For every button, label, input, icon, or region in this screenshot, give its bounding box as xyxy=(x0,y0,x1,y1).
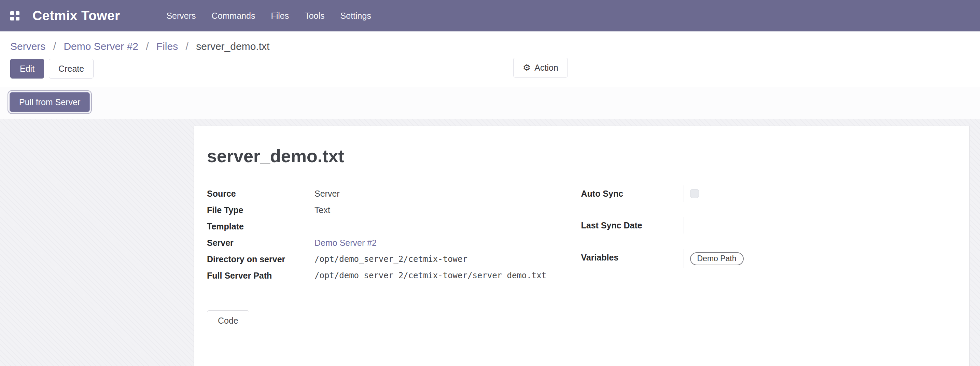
field-group-right: Auto Sync Last Sync Date Variables Demo … xyxy=(581,185,955,284)
menu-item-servers[interactable]: Servers xyxy=(160,7,202,25)
field-value-template xyxy=(315,218,581,235)
apps-grid-icon[interactable] xyxy=(10,11,19,21)
apps-grid-square xyxy=(16,17,19,21)
field-label-server: Server xyxy=(207,235,315,251)
field-label-variables: Variables xyxy=(581,249,684,266)
tab-code[interactable]: Code xyxy=(207,310,249,331)
breadcrumb-separator: / xyxy=(146,41,148,52)
field-label-directory: Directory on server xyxy=(207,251,315,267)
auto-sync-checkbox[interactable] xyxy=(690,189,699,198)
action-button-label: Action xyxy=(535,62,558,73)
form-sheet: server_demo.txt Source Server File Type … xyxy=(194,126,970,366)
top-navbar: Cetmix Tower Servers Commands Files Tool… xyxy=(0,0,980,32)
field-value-auto-sync xyxy=(684,185,955,202)
statusbar-strip: Pull from Server xyxy=(0,87,980,119)
apps-grid-square xyxy=(16,11,19,15)
pull-from-server-button[interactable]: Pull from Server xyxy=(10,92,90,112)
apps-grid-square xyxy=(10,11,14,15)
menu-item-tools[interactable]: Tools xyxy=(298,7,331,25)
field-value-full-path: /opt/demo_server_2/cetmix-tower/server_d… xyxy=(315,267,581,284)
breadcrumb: Servers / Demo Server #2 / Files / serve… xyxy=(0,32,980,53)
notebook-tabs: Code xyxy=(207,310,955,331)
control-panel-buttons: Edit Create ⚙ Action xyxy=(0,53,980,87)
field-label-auto-sync: Auto Sync xyxy=(581,185,684,202)
create-button[interactable]: Create xyxy=(49,59,94,78)
app-brand-title[interactable]: Cetmix Tower xyxy=(32,8,120,23)
breadcrumb-separator: / xyxy=(53,41,56,52)
field-label-full-path: Full Server Path xyxy=(207,267,315,284)
menu-item-settings[interactable]: Settings xyxy=(334,7,377,25)
field-label-last-sync-date: Last Sync Date xyxy=(581,217,684,234)
menu-item-files[interactable]: Files xyxy=(265,7,295,25)
field-group-left: Source Server File Type Text Template Se… xyxy=(207,185,581,284)
tab-code-pane xyxy=(207,331,955,366)
field-label-file-type: File Type xyxy=(207,202,315,218)
edit-button[interactable]: Edit xyxy=(10,59,44,78)
field-value-server-link[interactable]: Demo Server #2 xyxy=(315,235,581,251)
menu-item-commands[interactable]: Commands xyxy=(205,7,262,25)
breadcrumb-link-demo-server[interactable]: Demo Server #2 xyxy=(64,41,138,52)
breadcrumb-link-files[interactable]: Files xyxy=(156,41,178,52)
breadcrumb-link-servers[interactable]: Servers xyxy=(10,41,45,52)
apps-grid-square xyxy=(10,17,14,21)
gear-icon: ⚙ xyxy=(523,63,531,72)
field-value-variables: Demo Path xyxy=(684,249,955,268)
action-dropdown-button[interactable]: ⚙ Action xyxy=(513,58,568,78)
breadcrumb-separator: / xyxy=(186,41,188,52)
breadcrumb-current: server_demo.txt xyxy=(196,41,269,52)
field-value-last-sync-date xyxy=(684,217,955,234)
record-title: server_demo.txt xyxy=(207,146,955,166)
field-label-source: Source xyxy=(207,185,315,202)
field-value-file-type: Text xyxy=(315,202,581,218)
main-menu: Servers Commands Files Tools Settings xyxy=(160,7,377,25)
content-area: server_demo.txt Source Server File Type … xyxy=(0,119,980,366)
field-value-source: Server xyxy=(315,185,581,202)
field-label-template: Template xyxy=(207,218,315,235)
field-groups: Source Server File Type Text Template Se… xyxy=(207,185,955,284)
field-value-directory: /opt/demo_server_2/cetmix-tower xyxy=(315,251,581,267)
variable-tag-demo-path: Demo Path xyxy=(690,252,744,265)
